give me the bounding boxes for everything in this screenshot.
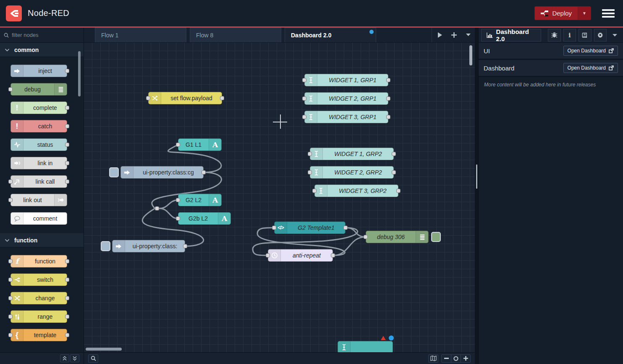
node-range[interactable]: range bbox=[10, 310, 67, 323]
inject-button[interactable] bbox=[109, 167, 119, 177]
node-link-call[interactable]: link call bbox=[10, 175, 67, 188]
canvas-search-button[interactable] bbox=[88, 354, 98, 363]
open-dashboard-button[interactable]: Open Dashboard bbox=[563, 46, 618, 56]
tab-dashboard-2-0[interactable]: Dashboard 2.0 bbox=[285, 28, 376, 42]
node-widget1-grp1[interactable]: WIDGET 1, GRP1 bbox=[304, 74, 388, 86]
node-g2-l2[interactable]: G2 L2A bbox=[178, 194, 222, 206]
input-port[interactable] bbox=[266, 253, 270, 257]
tab-scroll-right-button[interactable] bbox=[438, 32, 442, 38]
palette-category-function[interactable]: function bbox=[0, 233, 84, 247]
input-port[interactable] bbox=[8, 333, 13, 337]
node-inject[interactable]: inject bbox=[10, 65, 67, 77]
flow-list-button[interactable] bbox=[466, 34, 471, 36]
node-widget2-grp1[interactable]: WIDGET 2, GRP1 bbox=[304, 92, 388, 105]
input-port[interactable] bbox=[8, 87, 13, 91]
info-sidebar-button[interactable]: i bbox=[563, 29, 576, 42]
input-port[interactable] bbox=[176, 143, 180, 147]
output-port[interactable] bbox=[65, 259, 69, 263]
node-complete[interactable]: !complete bbox=[10, 101, 67, 114]
output-port[interactable] bbox=[220, 96, 224, 100]
palette-scrollbar[interactable] bbox=[78, 51, 81, 96]
deploy-options-chevron[interactable]: ▼ bbox=[578, 7, 591, 20]
open-dashboard-button[interactable]: Open Dashboard bbox=[563, 63, 618, 73]
help-sidebar-button[interactable] bbox=[578, 29, 591, 42]
flow-canvas[interactable]: set flow.payloadWIDGET 1, GRP1WIDGET 2, … bbox=[84, 43, 475, 352]
tab-flow-8[interactable]: Flow 8 bbox=[190, 28, 281, 42]
output-port[interactable] bbox=[331, 253, 335, 257]
output-port[interactable] bbox=[65, 69, 69, 73]
node-status[interactable]: status bbox=[10, 138, 67, 151]
sidebar-menu-chevron[interactable] bbox=[609, 33, 620, 38]
zoom-out-button[interactable] bbox=[441, 354, 451, 363]
input-port[interactable] bbox=[302, 115, 306, 119]
wire-junction-1-to-g2-l2[interactable] bbox=[159, 200, 178, 208]
navigator-button[interactable] bbox=[428, 354, 438, 363]
node-template[interactable]: {template bbox=[10, 329, 67, 341]
output-port[interactable] bbox=[396, 189, 400, 193]
input-port[interactable] bbox=[272, 226, 276, 230]
output-port[interactable] bbox=[65, 143, 69, 147]
node-set-flow-payload[interactable]: set flow.payload bbox=[148, 92, 222, 104]
output-port[interactable] bbox=[65, 106, 69, 110]
input-port[interactable] bbox=[308, 152, 312, 156]
palette-category-common[interactable]: common bbox=[0, 43, 84, 57]
output-port[interactable] bbox=[65, 278, 69, 282]
input-port[interactable] bbox=[312, 189, 317, 193]
node-anti-repeat[interactable]: anti-repeat bbox=[268, 249, 333, 262]
output-port[interactable] bbox=[392, 152, 396, 156]
output-port[interactable] bbox=[65, 179, 69, 184]
input-port[interactable] bbox=[8, 179, 13, 184]
node-switch[interactable]: switch bbox=[10, 273, 67, 286]
input-port[interactable] bbox=[302, 78, 306, 82]
input-port[interactable] bbox=[8, 278, 13, 282]
wire-junction-1-to-g2b-l2[interactable] bbox=[159, 208, 178, 218]
main-menu-button[interactable] bbox=[602, 9, 615, 18]
node-clipped-node[interactable] bbox=[338, 341, 393, 352]
node-function[interactable]: ffunction bbox=[10, 255, 67, 268]
input-port[interactable] bbox=[176, 216, 180, 221]
node-comment[interactable]: comment bbox=[10, 212, 67, 225]
node-g1-l1[interactable]: G1 L1A bbox=[178, 138, 222, 151]
node-debug[interactable]: debug bbox=[10, 83, 67, 96]
sidebar-splitter[interactable] bbox=[475, 28, 478, 364]
node-inject-cg[interactable]: ui-property:class:cg bbox=[120, 166, 204, 179]
node-widget3-grp2[interactable]: WIDGET 3, GRP2 bbox=[314, 185, 398, 197]
palette-search[interactable] bbox=[0, 28, 84, 43]
inject-button[interactable] bbox=[101, 241, 110, 251]
splitter-grip[interactable] bbox=[476, 164, 477, 189]
output-port[interactable] bbox=[392, 170, 396, 174]
input-port[interactable] bbox=[8, 315, 13, 319]
collapse-categories-button[interactable] bbox=[60, 354, 69, 362]
node-inject-class[interactable]: ui-property:class: bbox=[112, 240, 185, 252]
input-port[interactable] bbox=[364, 235, 368, 239]
node-g2-template1[interactable]: </>G2 Template1 bbox=[274, 221, 346, 234]
input-port[interactable] bbox=[176, 198, 180, 202]
output-port[interactable] bbox=[65, 333, 69, 337]
output-port[interactable] bbox=[386, 115, 390, 119]
output-port[interactable] bbox=[386, 78, 390, 82]
node-widget2-grp2[interactable]: WIDGET 2, GRP2 bbox=[310, 166, 394, 179]
output-port[interactable] bbox=[65, 296, 69, 300]
input-port[interactable] bbox=[8, 259, 13, 263]
input-port[interactable] bbox=[146, 96, 150, 100]
input-port[interactable] bbox=[308, 170, 312, 174]
output-port[interactable] bbox=[65, 124, 69, 128]
debug-toggle-button[interactable] bbox=[431, 232, 441, 242]
output-port[interactable] bbox=[65, 315, 69, 319]
input-port[interactable] bbox=[302, 96, 306, 101]
zoom-reset-button[interactable] bbox=[451, 354, 461, 363]
wire-junction[interactable] bbox=[155, 206, 159, 211]
canvas-horizontal-scrollbar[interactable] bbox=[86, 348, 122, 351]
zoom-in-button[interactable] bbox=[461, 354, 471, 363]
output-port[interactable] bbox=[386, 96, 390, 101]
node-widget3-grp1[interactable]: WIDGET 3, GRP1 bbox=[304, 111, 388, 123]
deploy-button[interactable]: Deploy ▼ bbox=[534, 6, 591, 20]
output-port[interactable] bbox=[65, 161, 69, 165]
output-port[interactable] bbox=[202, 170, 206, 174]
node-link-out[interactable]: link out bbox=[10, 194, 67, 206]
canvas-vertical-scrollbar[interactable] bbox=[469, 45, 472, 65]
node-widget1-grp2[interactable]: WIDGET 1, GRP2 bbox=[310, 148, 394, 160]
node-link-in[interactable]: link in bbox=[10, 157, 67, 169]
node-debug-306[interactable]: debug 306 bbox=[366, 231, 429, 243]
filter-nodes-input[interactable] bbox=[12, 32, 71, 38]
